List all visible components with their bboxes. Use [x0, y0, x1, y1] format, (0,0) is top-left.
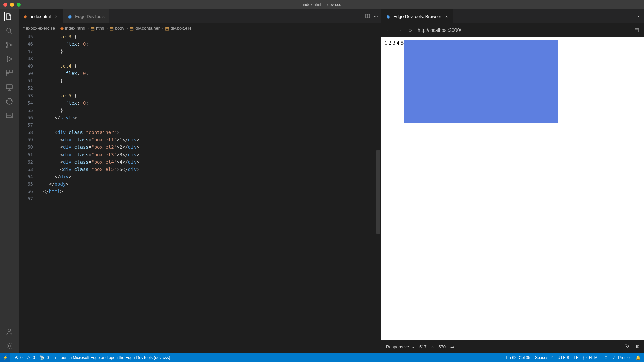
tab-label: Edge DevTools: [75, 14, 104, 19]
breadcrumb-item[interactable]: ⬒ div.box.el4: [165, 26, 191, 31]
tab-index-html[interactable]: ◆ index.html ×: [19, 9, 63, 23]
close-icon[interactable]: ×: [444, 14, 449, 19]
status-lang[interactable]: { } HTML: [583, 355, 600, 360]
status-prettier[interactable]: ✓ Prettier: [612, 355, 631, 360]
code-line[interactable]: │ flex: 0;: [38, 40, 381, 48]
code-line[interactable]: │ <div class="box el2">2</div>: [38, 143, 381, 151]
svg-point-10: [8, 329, 11, 332]
code-line[interactable]: │ .el5 {: [38, 92, 381, 99]
browser-tabs: ◉ Edge DevTools: Browser × ⋯: [381, 9, 644, 23]
address-bar[interactable]: http://localhost:3000/: [418, 27, 629, 33]
source-control-icon[interactable]: [5, 40, 14, 50]
code-editor[interactable]: 4546474849505152535455565758596061626364…: [19, 33, 381, 353]
breadcrumb-item[interactable]: flexbox-exercise: [23, 26, 55, 31]
svg-rect-14: [635, 28, 639, 29]
remote-indicator[interactable]: ⚡: [0, 353, 10, 362]
dimension-separator: ×: [431, 344, 434, 349]
breadcrumb-item[interactable]: ◆ index.html: [60, 26, 85, 31]
status-copilot-icon[interactable]: ⊙: [604, 355, 608, 360]
more-actions-icon[interactable]: ⋯: [374, 14, 378, 19]
forward-icon[interactable]: →: [396, 27, 403, 34]
status-eol[interactable]: LF: [574, 355, 578, 360]
settings-gear-icon[interactable]: [5, 341, 14, 351]
edge-icon: ◉: [385, 14, 391, 19]
minimize-window-button[interactable]: [10, 3, 14, 7]
maximize-window-button[interactable]: [17, 3, 21, 7]
rotate-icon[interactable]: ⇄: [450, 344, 454, 349]
code-line[interactable]: │ </html>: [38, 188, 381, 195]
code-line[interactable]: │ <div class="box el1">1</div>: [38, 136, 381, 143]
titlebar: index.html — dev-css: [0, 0, 644, 9]
browser-toolbar: ← → ⟳ http://localhost:3000/: [381, 23, 644, 37]
code-line[interactable]: │ }: [38, 107, 381, 114]
close-window-button[interactable]: [3, 3, 7, 7]
svg-point-8: [6, 98, 12, 104]
status-ports[interactable]: 📡 0: [40, 355, 49, 360]
status-bell-icon[interactable]: 🔔: [636, 355, 641, 360]
status-encoding[interactable]: UTF-8: [557, 355, 569, 360]
breadcrumb-item[interactable]: ⬒ body: [110, 26, 124, 31]
rendered-box: 4: [396, 40, 400, 123]
status-position[interactable]: Ln 62, Col 35: [506, 355, 530, 360]
debug-icon[interactable]: [5, 54, 14, 64]
breadcrumb-item[interactable]: ⬒ html: [91, 26, 104, 31]
svg-point-3: [11, 44, 12, 46]
edge-icon[interactable]: [5, 97, 14, 106]
device-select[interactable]: Responsive ⌄: [386, 344, 415, 349]
extensions-icon[interactable]: [5, 68, 14, 78]
device-width[interactable]: 517: [419, 344, 427, 349]
svg-point-11: [8, 345, 10, 347]
code-line[interactable]: │ .el3 {: [38, 33, 381, 40]
code-line[interactable]: │ <div class="box el5">5</div>: [38, 166, 381, 173]
dock-icon[interactable]: [633, 27, 640, 34]
code-line[interactable]: │: [38, 121, 381, 129]
code-line[interactable]: │ }: [38, 77, 381, 84]
text-cursor: [162, 159, 162, 165]
code-line[interactable]: │ flex: 0;: [38, 70, 381, 77]
code-line[interactable]: │ <div class="box el4">4</div>: [38, 158, 381, 166]
device-toolbar: Responsive ⌄ 517 × 570 ⇄ ◐: [381, 340, 644, 353]
code-line[interactable]: │ <div class="box el3">3</div>: [38, 151, 381, 158]
tab-label: Edge DevTools: Browser: [393, 14, 441, 19]
breadcrumb[interactable]: flexbox-exercise› ◆ index.html› ⬒ html› …: [19, 23, 381, 33]
scrollbar-thumb[interactable]: [376, 150, 380, 234]
code-line[interactable]: │ </div>: [38, 173, 381, 180]
code-line[interactable]: │ </body>: [38, 180, 381, 188]
device-height[interactable]: 570: [438, 344, 446, 349]
rendered-container-bg: [404, 40, 558, 123]
code-line[interactable]: │ <div class="container">: [38, 129, 381, 136]
split-editor-icon[interactable]: [365, 13, 370, 20]
more-actions-icon[interactable]: ⋯: [636, 14, 641, 19]
search-icon[interactable]: [5, 26, 14, 36]
code-line[interactable]: │ flex: 0;: [38, 99, 381, 107]
gallery-icon[interactable]: [5, 111, 14, 120]
emulate-css-icon[interactable]: ◐: [636, 344, 639, 350]
code-line[interactable]: │: [38, 195, 381, 202]
remote-explorer-icon[interactable]: [5, 82, 14, 92]
status-launch[interactable]: ▷ Launch Microsoft Edge and open the Edg…: [54, 355, 170, 360]
window-title: index.html — dev-css: [303, 2, 341, 7]
tab-edge-browser[interactable]: ◉ Edge DevTools: Browser ×: [381, 9, 453, 23]
status-errors[interactable]: ⊗ 0 ⚠ 0: [15, 355, 35, 360]
svg-point-0: [7, 28, 11, 32]
close-icon[interactable]: ×: [53, 14, 59, 19]
rendered-box: 1: [384, 40, 388, 123]
code-line[interactable]: │ </style>: [38, 114, 381, 121]
code-line[interactable]: │: [38, 84, 381, 92]
code-line[interactable]: │ .el4 {: [38, 62, 381, 70]
svg-point-1: [7, 42, 8, 44]
reload-icon[interactable]: ⟳: [407, 27, 414, 34]
tab-edge-devtools[interactable]: ◉ Edge DevTools: [63, 9, 109, 23]
code-line[interactable]: │ }: [38, 48, 381, 55]
inspect-icon[interactable]: [625, 344, 630, 350]
files-icon[interactable]: [4, 12, 14, 21]
account-icon[interactable]: [5, 327, 14, 337]
browser-viewport[interactable]: 1 2 3 4 5: [381, 37, 644, 340]
back-icon[interactable]: ←: [385, 27, 392, 34]
svg-rect-7: [6, 85, 12, 89]
activity-bar: [0, 9, 19, 353]
breadcrumb-item[interactable]: ⬒ div.container: [130, 26, 160, 31]
code-line[interactable]: │: [38, 55, 381, 62]
status-spaces[interactable]: Spaces: 2: [535, 355, 553, 360]
svg-rect-6: [6, 73, 9, 76]
